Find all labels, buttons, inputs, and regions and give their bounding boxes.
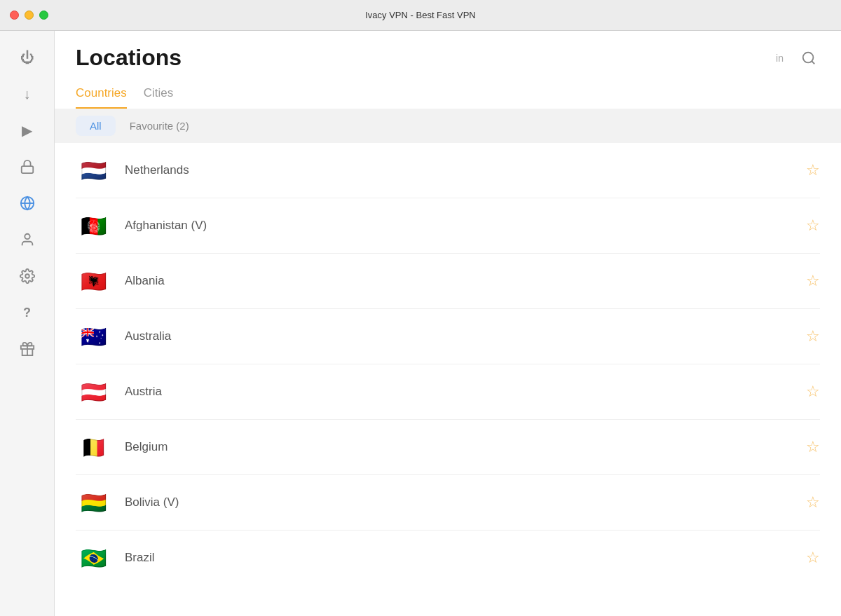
svg-rect-0 bbox=[21, 166, 33, 173]
maximize-button[interactable] bbox=[39, 11, 48, 20]
sidebar-lock[interactable] bbox=[12, 151, 43, 182]
filter-all[interactable]: All bbox=[76, 116, 116, 136]
favourite-star[interactable]: ☆ bbox=[806, 493, 820, 512]
country-item[interactable]: 🇧🇴Bolivia (V)☆ bbox=[76, 475, 820, 531]
favourite-star[interactable]: ☆ bbox=[806, 438, 820, 456]
sidebar-help[interactable]: ? bbox=[12, 297, 43, 328]
country-item[interactable]: 🇧🇪Belgium☆ bbox=[76, 420, 820, 475]
country-name: Albania bbox=[125, 274, 806, 288]
country-name: Brazil bbox=[125, 551, 806, 565]
svg-point-3 bbox=[25, 234, 29, 239]
country-flag: 🇦🇱 bbox=[76, 263, 111, 299]
country-item[interactable]: 🇦🇱Albania☆ bbox=[76, 254, 820, 309]
sidebar: ⏻ ↓ ▶ ? bbox=[0, 31, 55, 616]
svg-point-4 bbox=[25, 274, 29, 278]
sidebar-settings[interactable] bbox=[12, 261, 43, 292]
country-list: 🇳🇱Netherlands☆🇦🇫Afghanistan (V)☆🇦🇱Albani… bbox=[55, 143, 841, 616]
favourite-star[interactable]: ☆ bbox=[806, 549, 820, 567]
sidebar-download[interactable]: ↓ bbox=[12, 78, 43, 109]
favourite-star[interactable]: ☆ bbox=[806, 161, 820, 179]
country-flag: 🇧🇴 bbox=[76, 485, 111, 520]
content-area: Locations in Countries Cities All bbox=[55, 31, 841, 616]
header-right: in bbox=[776, 47, 820, 69]
sidebar-user[interactable] bbox=[12, 224, 43, 255]
sidebar-globe[interactable] bbox=[12, 188, 43, 219]
titlebar: Ivacy VPN - Best Fast VPN bbox=[0, 0, 841, 31]
country-name: Bolivia (V) bbox=[125, 495, 806, 509]
country-item[interactable]: 🇦🇹Austria☆ bbox=[76, 364, 820, 420]
country-item[interactable]: 🇳🇱Netherlands☆ bbox=[76, 143, 820, 198]
search-button[interactable] bbox=[798, 47, 820, 69]
favourite-star[interactable]: ☆ bbox=[806, 383, 820, 401]
content-header: Locations in Countries Cities bbox=[55, 31, 841, 109]
country-flag: 🇧🇷 bbox=[76, 540, 111, 575]
favourite-star[interactable]: ☆ bbox=[806, 327, 820, 345]
tab-countries[interactable]: Countries bbox=[76, 82, 127, 109]
sidebar-power[interactable]: ⏻ bbox=[12, 42, 43, 73]
favourite-star[interactable]: ☆ bbox=[806, 272, 820, 290]
country-name: Netherlands bbox=[125, 163, 806, 177]
country-name: Austria bbox=[125, 385, 806, 399]
country-name: Belgium bbox=[125, 440, 806, 454]
app-body: ⏻ ↓ ▶ ? bbox=[0, 31, 841, 616]
favourite-star[interactable]: ☆ bbox=[806, 217, 820, 235]
filter-favourite[interactable]: Favourite (2) bbox=[116, 116, 203, 136]
country-flag: 🇦🇺 bbox=[76, 319, 111, 354]
tab-cities[interactable]: Cities bbox=[144, 82, 174, 109]
close-button[interactable] bbox=[10, 11, 19, 20]
header-top: Locations in bbox=[76, 45, 820, 71]
country-flag: 🇳🇱 bbox=[76, 153, 111, 188]
country-item[interactable]: 🇦🇫Afghanistan (V)☆ bbox=[76, 198, 820, 254]
country-name: Afghanistan (V) bbox=[125, 219, 806, 233]
country-flag: 🇦🇫 bbox=[76, 208, 111, 243]
svg-point-7 bbox=[803, 52, 814, 62]
country-item[interactable]: 🇦🇺Australia☆ bbox=[76, 309, 820, 364]
country-name: Australia bbox=[125, 329, 806, 343]
country-flag: 🇧🇪 bbox=[76, 430, 111, 465]
country-flag: 🇦🇹 bbox=[76, 374, 111, 409]
minimize-button[interactable] bbox=[25, 11, 34, 20]
window-controls bbox=[10, 11, 48, 20]
window-title: Ivacy VPN - Best Fast VPN bbox=[365, 10, 476, 20]
in-text: in bbox=[776, 53, 784, 64]
sidebar-gift[interactable] bbox=[12, 334, 43, 364]
country-item[interactable]: 🇧🇷Brazil☆ bbox=[76, 531, 820, 585]
sidebar-play[interactable]: ▶ bbox=[12, 115, 43, 146]
page-title: Locations bbox=[76, 45, 182, 71]
filter-bar: All Favourite (2) bbox=[55, 109, 841, 143]
tabs: Countries Cities bbox=[76, 76, 820, 109]
svg-line-8 bbox=[812, 61, 814, 64]
